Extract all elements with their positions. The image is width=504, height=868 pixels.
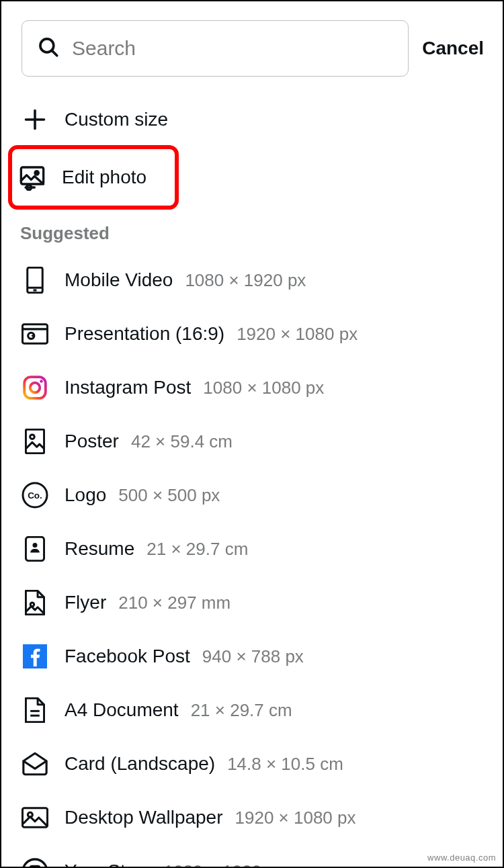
suggested-row-wallpaper[interactable]: Desktop Wallpaper 1920 × 1080 px: [1, 791, 503, 844]
suggested-row-logo[interactable]: Co. Logo 500 × 500 px: [1, 468, 503, 522]
row-label: Instagram Post: [65, 377, 191, 398]
row-dims: 940 × 788 px: [202, 646, 304, 667]
cancel-button[interactable]: Cancel: [419, 38, 487, 59]
row-dims: 1920 × 1080 px: [237, 324, 358, 345]
resume-icon: [20, 534, 50, 564]
wallpaper-icon: [20, 803, 50, 832]
plus-icon: [20, 105, 50, 134]
row-label: Facebook Post: [65, 646, 190, 667]
svg-text:Co.: Co.: [28, 490, 42, 501]
row-label: Poster: [65, 431, 119, 452]
row-dims: 1920 × 1080 px: [235, 808, 356, 828]
row-dims: 21 × 29.7 cm: [191, 700, 292, 721]
svg-rect-13: [24, 377, 46, 398]
presentation-icon: [20, 319, 50, 349]
poster-icon: [20, 427, 50, 456]
header: Cancel: [1, 1, 503, 86]
row-dims: 500 × 500 px: [118, 485, 220, 506]
row-dims: 1080 × 1920 px: [164, 861, 285, 869]
row-dims: 21 × 29.7 cm: [146, 539, 248, 560]
row-dims: 1080 × 1080 px: [203, 378, 324, 398]
svg-rect-16: [26, 429, 44, 453]
svg-point-20: [32, 543, 37, 548]
svg-rect-25: [22, 808, 47, 828]
facebook-icon: [20, 642, 50, 671]
row-label: A4 Document: [65, 699, 179, 721]
suggested-row-mobile-video[interactable]: Mobile Video 1080 × 1920 px: [1, 253, 503, 307]
search-input[interactable]: [72, 37, 393, 60]
custom-size-row[interactable]: Custom size: [1, 93, 503, 146]
suggested-row-a4[interactable]: A4 Document 21 × 29.7 cm: [1, 683, 503, 737]
watermark: www.deuaq.com: [427, 853, 496, 863]
svg-rect-10: [22, 324, 47, 344]
row-label: Your Story: [65, 861, 152, 868]
row-label: Mobile Video: [65, 269, 173, 291]
svg-point-17: [30, 435, 35, 439]
row-label: Presentation (16:9): [65, 323, 224, 345]
row-dims: 42 × 59.4 cm: [131, 431, 233, 452]
suggested-row-flyer[interactable]: Flyer 210 × 297 mm: [1, 576, 503, 630]
row-label: Desktop Wallpaper: [65, 807, 223, 828]
row-label: Resume: [65, 538, 134, 560]
suggested-row-resume[interactable]: Resume 21 × 29.7 cm: [1, 522, 503, 576]
suggested-row-instagram[interactable]: Instagram Post 1080 × 1080 px: [1, 361, 503, 415]
envelope-icon: [20, 749, 50, 779]
svg-point-14: [30, 383, 40, 393]
suggested-row-facebook[interactable]: Facebook Post 940 × 788 px: [1, 630, 503, 683]
row-dims: 14.8 × 10.5 cm: [227, 754, 343, 775]
search-box[interactable]: [22, 20, 409, 77]
flyer-icon: [20, 588, 50, 617]
svg-point-27: [23, 859, 47, 868]
edit-photo-row[interactable]: Edit photo: [9, 146, 177, 208]
svg-point-15: [40, 380, 42, 382]
row-label: Flyer: [65, 592, 106, 613]
row-dims: 210 × 297 mm: [118, 593, 230, 613]
row-label: Card (Landscape): [65, 753, 215, 775]
row-label: Custom size: [65, 109, 168, 130]
story-icon: [20, 857, 50, 868]
photo-edit-icon: [17, 163, 47, 192]
row-label: Logo: [65, 484, 106, 506]
svg-point-5: [35, 171, 38, 175]
svg-rect-7: [28, 267, 43, 293]
instagram-icon: [20, 373, 50, 402]
row-dims: 1080 × 1920 px: [185, 270, 306, 291]
svg-line-1: [52, 51, 57, 56]
document-icon: [20, 695, 50, 725]
search-icon: [37, 36, 60, 61]
logo-icon: Co.: [20, 480, 50, 510]
suggested-heading: Suggested: [1, 208, 503, 253]
suggested-row-card[interactable]: Card (Landscape) 14.8 × 10.5 cm: [1, 737, 503, 791]
row-label: Edit photo: [62, 167, 146, 188]
suggested-row-presentation[interactable]: Presentation (16:9) 1920 × 1080 px: [1, 307, 503, 361]
mobile-icon: [20, 265, 50, 295]
suggested-row-poster[interactable]: Poster 42 × 59.4 cm: [1, 415, 503, 468]
